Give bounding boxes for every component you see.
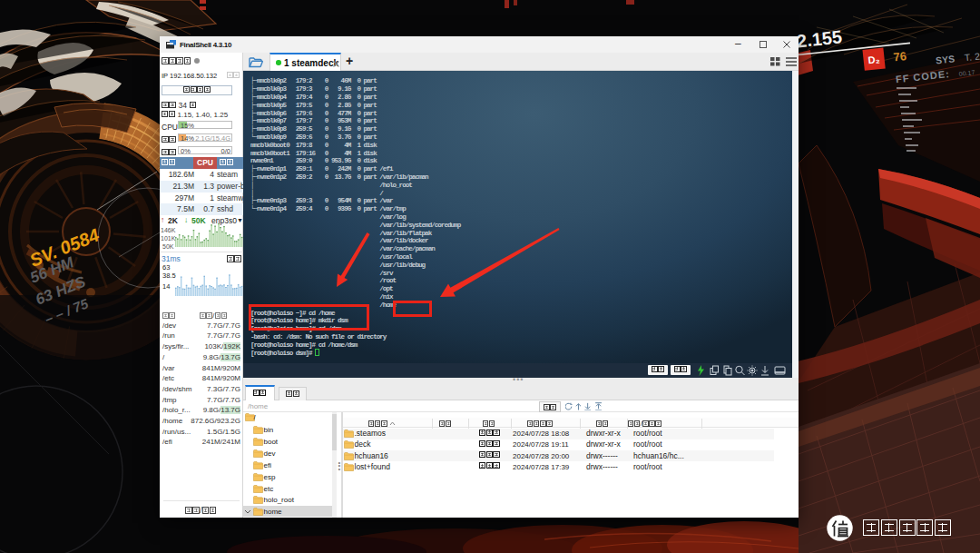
svg-text:76: 76 <box>893 49 907 64</box>
svg-text:SYS: SYS <box>936 53 956 65</box>
svg-text:T. 2: T. 2 <box>964 50 980 63</box>
svg-text:D₂: D₂ <box>867 54 880 65</box>
